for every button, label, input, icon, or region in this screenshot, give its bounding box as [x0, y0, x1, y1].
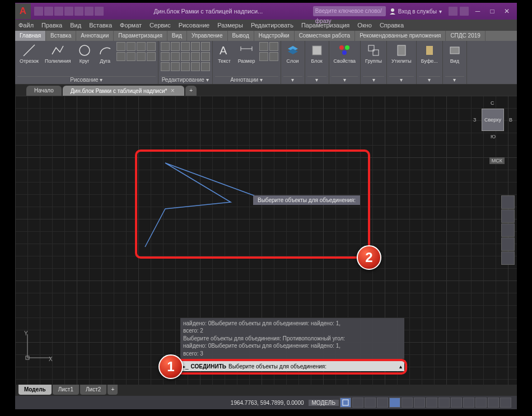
- qat-save-icon[interactable]: [54, 7, 63, 16]
- table-icon[interactable]: [269, 42, 278, 51]
- close-button[interactable]: ✕: [501, 6, 512, 17]
- layout2-tab[interactable]: Лист2: [80, 385, 106, 395]
- doc-tab-add[interactable]: +: [185, 86, 197, 96]
- offset-icon[interactable]: [201, 52, 210, 61]
- qat-undo-icon[interactable]: [85, 7, 94, 16]
- polar-toggle-icon[interactable]: [377, 398, 388, 408]
- join-icon[interactable]: [191, 62, 200, 71]
- viewcube[interactable]: Сверху С Ю В З: [474, 101, 511, 138]
- util-button[interactable]: Утилиты: [389, 42, 414, 65]
- explode-icon[interactable]: [201, 42, 210, 51]
- transparency-toggle-icon[interactable]: [426, 398, 437, 408]
- help-icon[interactable]: [460, 7, 469, 16]
- ellipse-icon[interactable]: [137, 42, 146, 51]
- leader-icon[interactable]: [259, 42, 268, 51]
- rotate-icon[interactable]: [171, 42, 180, 51]
- menu-view[interactable]: Вид: [70, 22, 81, 29]
- point-icon[interactable]: [116, 52, 125, 61]
- rtab-ann[interactable]: Аннотации: [76, 31, 114, 41]
- menu-edit[interactable]: Правка: [41, 22, 62, 29]
- qat-saveas-icon[interactable]: [64, 7, 73, 16]
- scale-icon[interactable]: [171, 62, 180, 71]
- minimize-button[interactable]: ─: [472, 6, 483, 17]
- nav-wheel-icon[interactable]: [501, 195, 515, 209]
- qat-redo-icon[interactable]: [95, 7, 104, 16]
- menu-dim[interactable]: Размеры: [217, 22, 243, 29]
- ortho-toggle-icon[interactable]: [365, 398, 376, 408]
- doc-close-icon[interactable]: ×: [169, 86, 176, 96]
- array-icon[interactable]: [181, 62, 190, 71]
- model-tab[interactable]: Модель: [18, 385, 52, 395]
- doc-tab-file[interactable]: Дин.блок Рамки с таблицей надписи* ×: [63, 86, 184, 96]
- layers-button[interactable]: Слои: [283, 42, 302, 65]
- stretch-icon[interactable]: [161, 62, 170, 71]
- polyline-button[interactable]: Полилиния: [43, 42, 73, 65]
- hatch-icon[interactable]: [147, 42, 156, 51]
- selcycle-toggle-icon[interactable]: [451, 398, 462, 408]
- circle-button[interactable]: Круг: [75, 42, 94, 65]
- workspace-icon[interactable]: [475, 398, 487, 408]
- layout1-tab[interactable]: Лист1: [53, 385, 79, 395]
- grid-toggle-icon[interactable]: [340, 398, 351, 408]
- search-input[interactable]: Введите ключевое слово/фразу: [313, 6, 386, 16]
- field-icon[interactable]: [269, 52, 278, 61]
- menu-file[interactable]: Файл: [18, 22, 34, 29]
- annoscale-icon[interactable]: [488, 398, 499, 408]
- menu-modify[interactable]: Редактировать: [251, 22, 293, 29]
- move-icon[interactable]: [161, 42, 170, 51]
- qat-plot-icon[interactable]: [74, 7, 83, 16]
- exchange-icon[interactable]: [449, 7, 458, 16]
- lweight-toggle-icon[interactable]: [414, 398, 425, 408]
- rtab-insert[interactable]: Вставка: [46, 31, 76, 41]
- nav-pan-icon[interactable]: [501, 209, 515, 223]
- xline-icon[interactable]: [137, 52, 146, 61]
- mtext-icon[interactable]: [259, 52, 268, 61]
- cmd-expand-icon[interactable]: ▴: [399, 363, 402, 370]
- snap-toggle-icon[interactable]: [352, 398, 363, 408]
- coords[interactable]: 1964.7763, 594.7899, 0.0000: [227, 400, 307, 406]
- viewcube-face[interactable]: Сверху: [482, 109, 504, 131]
- rtab-featured[interactable]: Рекомендованные приложения: [355, 31, 446, 41]
- region-icon[interactable]: [127, 52, 136, 61]
- otrack-toggle-icon[interactable]: [402, 398, 413, 408]
- erase-icon[interactable]: [191, 42, 200, 51]
- menu-draw[interactable]: Рисование: [179, 22, 209, 29]
- text-button[interactable]: AТекст: [215, 42, 234, 65]
- menu-window[interactable]: Окно: [357, 22, 372, 29]
- copy-icon[interactable]: [161, 52, 170, 61]
- osnap-toggle-icon[interactable]: [389, 398, 400, 408]
- maximize-button[interactable]: □: [487, 6, 498, 17]
- menu-param[interactable]: Параметризация: [301, 22, 349, 29]
- spline-icon[interactable]: [116, 42, 125, 51]
- rtab-addins[interactable]: Надстройки: [254, 31, 295, 41]
- nav-zoom-icon[interactable]: [501, 223, 515, 237]
- panel-edit-label[interactable]: Редактирование ▾: [161, 76, 210, 84]
- arc-button[interactable]: Дуга: [96, 42, 115, 65]
- dyninput-toggle-icon[interactable]: [463, 398, 474, 408]
- rtab-home[interactable]: Главная: [15, 31, 46, 41]
- cleanscreen-icon[interactable]: [500, 398, 511, 408]
- mirror-icon[interactable]: [171, 52, 180, 61]
- command-history[interactable]: найдено: 0Выберите объекты для объединен…: [180, 318, 404, 359]
- trim-icon[interactable]: [181, 42, 190, 51]
- fillet-icon[interactable]: [181, 52, 190, 61]
- clipboard-button[interactable]: Буфе...: [419, 42, 440, 65]
- nav-showmotion-icon[interactable]: [501, 251, 515, 265]
- layout-add[interactable]: +: [108, 385, 118, 395]
- line-button[interactable]: Отрезок: [17, 42, 41, 65]
- rect-icon[interactable]: [127, 42, 136, 51]
- signin-area[interactable]: Вход в службы▾: [389, 8, 442, 15]
- panel-ann-label[interactable]: Аннотации ▾: [215, 76, 278, 84]
- panel-draw-label[interactable]: Рисование ▾: [17, 76, 156, 84]
- dim-button[interactable]: Размер: [236, 42, 258, 65]
- break-icon[interactable]: [201, 62, 210, 71]
- menu-insert[interactable]: Вставка: [89, 22, 112, 29]
- rtab-manage[interactable]: Управление: [187, 31, 228, 41]
- command-line[interactable]: ▸_ СОЕДИНИТЬ Выберите объекты для объеди…: [180, 361, 404, 371]
- qprops-toggle-icon[interactable]: [438, 398, 450, 408]
- drawing-canvas[interactable]: Выберите объекты для объединения: Сверху…: [15, 96, 517, 385]
- qat-open-icon[interactable]: [44, 7, 53, 16]
- ucs-label[interactable]: МСК: [489, 157, 505, 164]
- rtab-spds[interactable]: СПДС 2019: [446, 31, 485, 41]
- rtab-view[interactable]: Вид: [167, 31, 187, 41]
